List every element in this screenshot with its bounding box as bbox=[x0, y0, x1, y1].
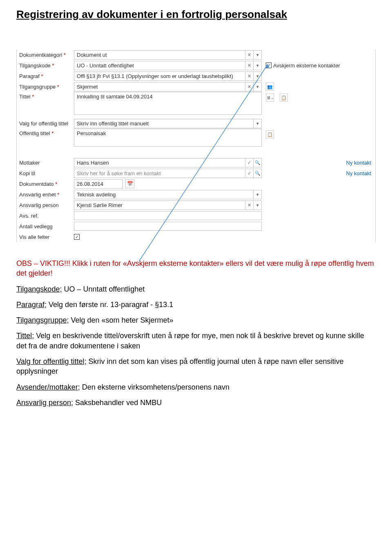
chevron-down-icon[interactable]: ▾ bbox=[254, 119, 262, 128]
ny-kontakt-link[interactable]: Ny kontakt bbox=[346, 170, 371, 176]
check-icon[interactable]: ✓ bbox=[245, 169, 254, 178]
search-icon[interactable]: 🔍 bbox=[254, 158, 262, 167]
ansvarlig-text: Saksbehandler ved NMBU bbox=[73, 399, 162, 407]
clear-icon[interactable]: ✕ bbox=[245, 61, 254, 70]
group-icon[interactable]: 👥 bbox=[266, 82, 274, 91]
label-kopi-til: Kopi til bbox=[17, 169, 74, 178]
check-icon[interactable]: ✓ bbox=[245, 158, 254, 167]
avsender-text: Den eksterne virksomhetens/personens nav… bbox=[80, 383, 229, 391]
chevron-down-icon[interactable]: ▾ bbox=[254, 71, 262, 81]
label-paragraf: Paragraf * bbox=[17, 71, 74, 81]
label-valg-off-tittel: Valg for offentlig tittel bbox=[17, 119, 74, 128]
tilgangskode-heading: Tilgangskode; bbox=[16, 285, 62, 293]
chevron-down-icon[interactable]: ▾ bbox=[254, 61, 262, 70]
dokumentdato-input[interactable]: 26.08.2014 bbox=[74, 179, 123, 189]
chevron-down-icon[interactable]: ▾ bbox=[254, 190, 262, 199]
offentlig-tittel-textarea[interactable]: Personalsak bbox=[74, 129, 262, 147]
obs-heading: OBS – VIKTIG!!! bbox=[16, 259, 70, 267]
checkbox-checked-icon: ✓ bbox=[266, 62, 272, 68]
label-dokumentkategori: Dokumentkategori * bbox=[17, 50, 74, 60]
label-dokumentdato: Dokumentdato * bbox=[17, 179, 74, 189]
clipboard-icon[interactable]: 📋 bbox=[280, 94, 288, 102]
mottaker-input[interactable]: Hans Hansen bbox=[74, 158, 245, 167]
chevron-down-icon[interactable]: ▾ bbox=[254, 82, 262, 91]
vis-alle-felter-checkbox[interactable]: ✓ bbox=[74, 234, 80, 240]
paragraf-select[interactable]: Offl §13 jfr Fvl §13.1 (Opplysninger som… bbox=[74, 71, 245, 81]
dokumentkategori-select[interactable]: Dokument ut bbox=[74, 50, 245, 60]
tilgangskode-select[interactable]: UO - Unntatt offentlighet bbox=[74, 61, 245, 70]
obs-text: Klikk i ruten for «Avskjerm eksterne kon… bbox=[16, 259, 374, 277]
label-antall-vedlegg: Antall vedlegg bbox=[17, 222, 74, 231]
antall-vedlegg-input[interactable] bbox=[74, 222, 262, 231]
ansvarlig-person-select[interactable]: Kjersti Sørlie Rimer bbox=[74, 201, 245, 210]
page-title: Registrering av dokumenter i en fortroli… bbox=[16, 8, 376, 21]
chevron-down-icon[interactable]: ▾ bbox=[254, 201, 262, 210]
label-ansvarlig-person: Ansvarlig person bbox=[17, 201, 74, 210]
label-tittel: Tittel * bbox=[17, 92, 74, 101]
label-ansvarlig-enhet: Ansvarlig enhet * bbox=[17, 190, 74, 199]
label-mottaker: Mottaker bbox=[17, 158, 74, 167]
label-offentlig-tittel: Offentlig tittel * bbox=[17, 129, 74, 138]
label-vis-alle-felter: Vis alle felter bbox=[17, 232, 74, 242]
ansvarlig-heading: Ansvarlig person; bbox=[16, 399, 73, 407]
tilgangsgruppe-text: Velg den «som heter Skjermet» bbox=[69, 316, 173, 324]
label-avs-ref: Avs. ref. bbox=[17, 211, 74, 221]
label-tilgangsgruppe: Tilgangsgruppe * bbox=[17, 82, 74, 91]
search-icon[interactable]: 🔍 bbox=[254, 169, 262, 178]
tittel-heading: Tittel; bbox=[16, 332, 34, 340]
paragraf-text: Velg den første nr. 13-paragraf - §13.1 bbox=[47, 301, 173, 309]
tilgangskode-text: UO – Unntatt offentlighet bbox=[62, 285, 145, 293]
document-add-icon[interactable]: 🗎₊ bbox=[266, 94, 274, 102]
calendar-icon[interactable]: 📅 bbox=[125, 179, 134, 188]
tittel-text: Velg en beskrivende tittel/overskrift ut… bbox=[16, 332, 364, 350]
valg-off-tittel-select[interactable]: Skriv inn offentlig tittel manuelt bbox=[74, 119, 254, 128]
ny-kontakt-link[interactable]: Ny kontakt bbox=[346, 160, 371, 166]
kopi-til-input[interactable]: Skriv her for å søke fram en kontakt bbox=[74, 169, 245, 178]
tilgangsgruppe-select[interactable]: Skjermet bbox=[74, 82, 245, 91]
instruction-body: OBS – VIKTIG!!! Klikk i ruten for «Avskj… bbox=[16, 259, 376, 408]
clipboard-icon[interactable]: 📋 bbox=[266, 130, 274, 138]
avsender-heading: Avsender/mottaker; bbox=[16, 383, 80, 391]
chevron-down-icon[interactable]: ▾ bbox=[254, 50, 262, 60]
form-screenshot: Dokumentkategori * Dokument ut ✕ ▾ Tilga… bbox=[16, 49, 376, 242]
ansvarlig-enhet-select[interactable]: Teknisk avdeling bbox=[74, 190, 254, 199]
avskjerm-label: Avskjerm eksterne kontakter bbox=[273, 62, 340, 69]
tittel-textarea[interactable]: Innkalling til samtale 04.09.2014 bbox=[74, 92, 262, 115]
clear-icon[interactable]: ✕ bbox=[245, 71, 254, 81]
paragraf-heading: Paragraf; bbox=[16, 301, 47, 309]
avskjerm-checkbox[interactable]: ✓ Avskjerm eksterne kontakter bbox=[266, 62, 340, 69]
clear-icon[interactable]: ✕ bbox=[245, 82, 254, 91]
clear-icon[interactable]: ✕ bbox=[245, 201, 254, 210]
label-tilgangskode: Tilgangskode * bbox=[17, 61, 74, 70]
tilgangsgruppe-heading: Tilgangsgruppe; bbox=[16, 316, 69, 324]
clear-icon[interactable]: ✕ bbox=[245, 50, 254, 60]
avs-ref-input[interactable] bbox=[74, 211, 262, 220]
valg-heading: Valg for offentlig tittel; bbox=[16, 357, 86, 365]
